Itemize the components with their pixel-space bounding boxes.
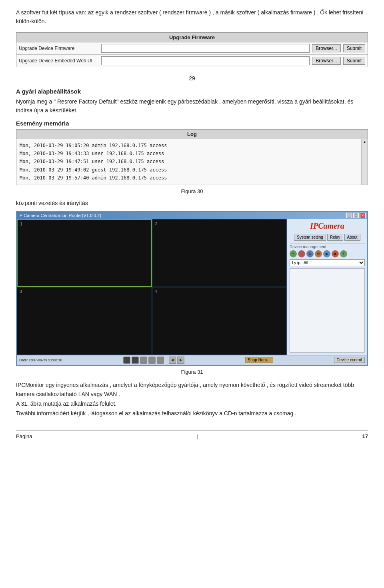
ipcam-system-btn[interactable]: System setting — [294, 234, 326, 241]
log-entry: Mon, 2010-03-29 19:43:33 user 192.168.0.… — [20, 149, 358, 157]
ipcam-logo-camera: Camera — [318, 221, 344, 230]
ipcam-ctrl-4[interactable] — [148, 357, 156, 364]
ipcam-device-list — [290, 268, 365, 353]
ipcam-relay-btn[interactable]: Relay — [327, 234, 343, 241]
ipcam-device-control-button[interactable]: Device control — [334, 357, 365, 363]
ipcam-cell-1-num: 1 — [20, 221, 22, 226]
minimize-icon[interactable]: _ — [346, 213, 352, 218]
ipcam-ctrl-2[interactable] — [132, 357, 139, 364]
log-content: Mon, 2010-03-29 19:05:20 admin 192.168.0… — [16, 139, 368, 185]
intro-paragraph: A szoftver fut két típusa van: az egyik … — [16, 8, 368, 26]
bottom-texts: IPCMonitor egy ingyenes alkalmazás , ame… — [16, 381, 368, 419]
log-box-title: Log — [16, 130, 368, 139]
ipcam-settings-icon[interactable]: ⚙ — [315, 250, 322, 257]
ipcam-logo: IPCamera — [290, 221, 365, 231]
ipcam-cell-2-num: 2 — [155, 221, 157, 226]
bottom-text-1: IPCMonitor egy ingyenes alkalmazás , ame… — [16, 381, 368, 400]
figura-30-label: Figura 30 — [16, 188, 368, 194]
firmware-row-device: Upgrade Device Firmware Browser... Submi… — [16, 42, 368, 55]
ipcam-refresh-icon[interactable]: ↻ — [306, 250, 314, 257]
log-entry: Mon, 2010-03-29 19:05:20 admin 192.168.0… — [20, 142, 358, 149]
ipcam-remove-icon[interactable]: - — [298, 250, 305, 257]
factory-heading: A gyári alapbeállítások — [16, 88, 368, 95]
ipcam-logo-ip: IP — [310, 221, 318, 230]
ipcam-cell-4-num: 4 — [155, 289, 157, 294]
close-icon[interactable]: ✕ — [360, 213, 366, 218]
ipcam-video-grid: 1 2 3 4 — [17, 219, 287, 355]
firmware-row-webui: Upgrade Device Embeded Web UI Browser...… — [16, 55, 368, 67]
firmware-webui-submit-btn[interactable]: Submit — [343, 57, 365, 65]
log-entry: Mon, 2010-03-29 19:49:02 guest 192.168.0… — [20, 166, 358, 174]
ipcam-titlebar-buttons: _ □ ✕ — [346, 213, 366, 218]
ipcam-right-panel: IPCamera System setting Relay About Devi… — [287, 219, 367, 355]
ipcam-play-icon[interactable]: ▶ — [323, 250, 330, 257]
log-entry: Mon, 2010-03-29 19:57:40 admin 192.168.0… — [20, 174, 358, 182]
ipcam-snap-button[interactable]: Snap Nora... — [245, 357, 273, 363]
ipcam-bottom-date: Date: 2007-09-29 21:08:10 — [19, 358, 62, 362]
ipcam-stop-icon[interactable]: ■ — [332, 250, 339, 257]
page-number-top: 29 — [16, 75, 368, 82]
central-management-label: központi vezetés és irányítás — [16, 200, 368, 206]
ipcam-body: 1 2 3 4 IPCamera System setting Relay — [17, 219, 367, 355]
firmware-webui-input[interactable] — [101, 56, 310, 65]
ipcam-cell-3-num: 3 — [20, 289, 22, 294]
firmware-device-input[interactable] — [101, 44, 310, 53]
figura-31-label: Figura 31 — [16, 369, 368, 375]
log-scrollbar[interactable]: ▲ — [361, 139, 368, 185]
footer-pagina-label: Pagina — [16, 433, 32, 439]
ipcam-titlebar-title: IP Camera Centralization Router(V1.0.0.2… — [18, 213, 101, 218]
ipcam-icon-row: + - ↻ ⚙ ▶ ■ i — [290, 250, 365, 257]
firmware-box-title: Upgrade Firmware — [16, 33, 368, 42]
firmware-device-browser-btn[interactable]: Browser... — [312, 44, 340, 52]
footer-page-number: 17 — [362, 433, 368, 439]
ipcam-about-btn[interactable]: About — [344, 234, 360, 241]
firmware-webui-label: Upgrade Device Embeded Web UI — [19, 58, 99, 64]
firmware-device-label: Upgrade Device Firmware — [19, 46, 99, 51]
ipcam-cell-4: 4 — [152, 287, 287, 355]
firmware-webui-browser-btn[interactable]: Browser... — [312, 57, 340, 65]
ipcam-cells: 1 2 3 4 — [17, 219, 287, 355]
ipcam-bottom-bar: Date: 2007-09-29 21:08:10 ◀ ▶ Snap Nora.… — [17, 355, 367, 365]
log-box: Log Mon, 2010-03-29 19:05:20 admin 192.1… — [16, 129, 368, 185]
log-entry: Mon, 2010-03-29 19:47:51 user 192.168.0.… — [20, 157, 358, 165]
firmware-device-submit-btn[interactable]: Submit — [343, 44, 365, 52]
ipcam-ctrl-1[interactable] — [123, 357, 130, 364]
factory-body: Nyomja meg a " Resrore Factory Default" … — [16, 97, 368, 115]
firmware-upgrade-box: Upgrade Firmware Upgrade Device Firmware… — [16, 32, 368, 67]
ipcam-cell-1: 1 — [17, 219, 152, 287]
maximize-icon[interactable]: □ — [353, 213, 359, 218]
ipcam-device-section-label: Device management — [290, 243, 365, 249]
ipcam-device-dropdown[interactable]: Ly ip...All — [290, 259, 365, 266]
ipcam-add-icon[interactable]: + — [290, 250, 297, 257]
ipcam-ctrl-3[interactable] — [140, 357, 147, 364]
ipcam-ctrl-5[interactable] — [157, 357, 164, 364]
footer-separator: | — [196, 433, 198, 439]
ipcam-nav-prev[interactable]: ◀ — [169, 357, 176, 364]
footer-bar: Pagina | 17 — [16, 431, 368, 439]
ipcam-cell-2: 2 — [152, 219, 287, 287]
scroll-up-icon[interactable]: ▲ — [363, 140, 366, 144]
log-entries: Mon, 2010-03-29 19:05:20 admin 192.168.0… — [16, 139, 361, 185]
ipcam-bottom-controls: ◀ ▶ — [123, 357, 184, 364]
ipcam-cell-3: 3 — [17, 287, 152, 355]
bottom-text-2: A 31. ábra mutatja az alkalmazás felület… — [16, 399, 368, 409]
ipcam-screenshot-box: IP Camera Centralization Router(V1.0.0.2… — [16, 211, 368, 366]
event-heading: Esemény memória — [16, 120, 368, 127]
bottom-text-3: További információért kérjük , látogasso… — [16, 409, 368, 419]
ipcam-info-icon[interactable]: i — [340, 250, 347, 257]
ipcam-titlebar: IP Camera Centralization Router(V1.0.0.2… — [17, 212, 367, 219]
ipcam-nav-next[interactable]: ▶ — [177, 357, 184, 364]
ipcam-btn-row: System setting Relay About — [290, 234, 365, 241]
